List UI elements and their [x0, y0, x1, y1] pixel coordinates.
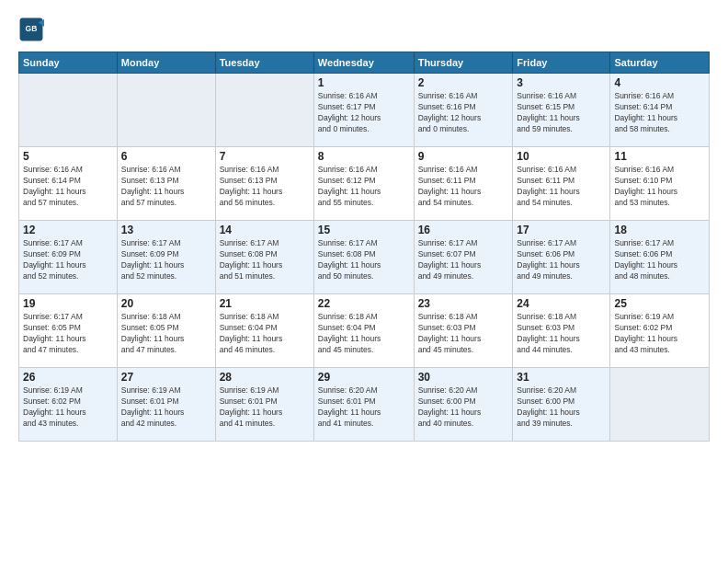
day-number: 3	[517, 76, 606, 89]
day-number: 7	[220, 150, 310, 163]
calendar-cell: 1Sunrise: 6:16 AM Sunset: 6:17 PM Daylig…	[313, 74, 414, 147]
calendar-cell: 25Sunrise: 6:19 AM Sunset: 6:02 PM Dayli…	[610, 294, 710, 368]
calendar-cell: 9Sunrise: 6:16 AM Sunset: 6:11 PM Daylig…	[414, 147, 513, 221]
calendar-cell: 26Sunrise: 6:19 AM Sunset: 6:02 PM Dayli…	[19, 368, 118, 442]
day-number: 29	[318, 371, 410, 384]
weekday-header-saturday: Saturday	[610, 52, 710, 74]
calendar-week-row: 19Sunrise: 6:17 AM Sunset: 6:05 PM Dayli…	[19, 294, 710, 368]
calendar-cell: 6Sunrise: 6:16 AM Sunset: 6:13 PM Daylig…	[117, 147, 215, 221]
calendar-page: GB SundayMondayTuesdayWednesdayThursdayF…	[0, 0, 728, 563]
day-info: Sunrise: 6:17 AM Sunset: 6:09 PM Dayligh…	[121, 238, 211, 282]
day-number: 11	[614, 150, 705, 163]
calendar-week-row: 12Sunrise: 6:17 AM Sunset: 6:09 PM Dayli…	[19, 221, 710, 294]
calendar-cell: 23Sunrise: 6:18 AM Sunset: 6:03 PM Dayli…	[414, 294, 513, 368]
day-number: 18	[614, 224, 705, 236]
logo-icon: GB	[18, 17, 44, 42]
svg-text:GB: GB	[26, 24, 38, 33]
day-number: 2	[418, 76, 509, 89]
weekday-header-tuesday: Tuesday	[215, 52, 313, 74]
calendar-cell: 21Sunrise: 6:18 AM Sunset: 6:04 PM Dayli…	[215, 294, 313, 368]
day-info: Sunrise: 6:17 AM Sunset: 6:08 PM Dayligh…	[318, 238, 410, 282]
calendar-week-row: 1Sunrise: 6:16 AM Sunset: 6:17 PM Daylig…	[19, 74, 710, 147]
calendar-cell: 28Sunrise: 6:19 AM Sunset: 6:01 PM Dayli…	[215, 368, 313, 442]
weekday-header-wednesday: Wednesday	[313, 52, 414, 74]
day-info: Sunrise: 6:16 AM Sunset: 6:16 PM Dayligh…	[418, 91, 509, 135]
day-number: 5	[23, 150, 113, 163]
day-info: Sunrise: 6:20 AM Sunset: 6:00 PM Dayligh…	[418, 385, 509, 430]
calendar-cell: 5Sunrise: 6:16 AM Sunset: 6:14 PM Daylig…	[19, 147, 118, 221]
calendar-cell: 11Sunrise: 6:16 AM Sunset: 6:10 PM Dayli…	[610, 147, 710, 221]
calendar-cell	[117, 74, 215, 147]
calendar-cell	[19, 74, 118, 147]
calendar-table: SundayMondayTuesdayWednesdayThursdayFrid…	[18, 52, 710, 442]
day-info: Sunrise: 6:16 AM Sunset: 6:17 PM Dayligh…	[318, 91, 410, 135]
calendar-cell: 2Sunrise: 6:16 AM Sunset: 6:16 PM Daylig…	[414, 74, 513, 147]
calendar-cell: 27Sunrise: 6:19 AM Sunset: 6:01 PM Dayli…	[117, 368, 215, 442]
logo: GB	[18, 17, 48, 42]
day-info: Sunrise: 6:19 AM Sunset: 6:02 PM Dayligh…	[614, 312, 705, 356]
calendar-cell: 14Sunrise: 6:17 AM Sunset: 6:08 PM Dayli…	[215, 221, 313, 294]
day-info: Sunrise: 6:17 AM Sunset: 6:05 PM Dayligh…	[23, 312, 113, 356]
day-info: Sunrise: 6:17 AM Sunset: 6:08 PM Dayligh…	[220, 238, 310, 282]
weekday-header-monday: Monday	[117, 52, 215, 74]
day-info: Sunrise: 6:17 AM Sunset: 6:06 PM Dayligh…	[517, 238, 606, 282]
calendar-cell: 19Sunrise: 6:17 AM Sunset: 6:05 PM Dayli…	[19, 294, 118, 368]
day-info: Sunrise: 6:18 AM Sunset: 6:04 PM Dayligh…	[318, 312, 410, 356]
day-number: 9	[418, 150, 509, 163]
calendar-cell: 20Sunrise: 6:18 AM Sunset: 6:05 PM Dayli…	[117, 294, 215, 368]
day-number: 8	[318, 150, 410, 163]
calendar-cell: 22Sunrise: 6:18 AM Sunset: 6:04 PM Dayli…	[313, 294, 414, 368]
day-info: Sunrise: 6:17 AM Sunset: 6:07 PM Dayligh…	[418, 238, 509, 282]
day-number: 1	[318, 76, 410, 89]
day-info: Sunrise: 6:16 AM Sunset: 6:12 PM Dayligh…	[318, 165, 410, 209]
day-info: Sunrise: 6:16 AM Sunset: 6:13 PM Dayligh…	[220, 165, 310, 209]
calendar-cell: 10Sunrise: 6:16 AM Sunset: 6:11 PM Dayli…	[513, 147, 610, 221]
calendar-cell: 3Sunrise: 6:16 AM Sunset: 6:15 PM Daylig…	[513, 74, 610, 147]
calendar-cell: 8Sunrise: 6:16 AM Sunset: 6:12 PM Daylig…	[313, 147, 414, 221]
day-info: Sunrise: 6:17 AM Sunset: 6:06 PM Dayligh…	[614, 238, 705, 282]
calendar-cell: 4Sunrise: 6:16 AM Sunset: 6:14 PM Daylig…	[610, 74, 710, 147]
day-info: Sunrise: 6:16 AM Sunset: 6:14 PM Dayligh…	[614, 91, 705, 135]
day-info: Sunrise: 6:16 AM Sunset: 6:15 PM Dayligh…	[517, 91, 606, 135]
day-info: Sunrise: 6:20 AM Sunset: 6:01 PM Dayligh…	[318, 385, 410, 430]
page-header: GB	[18, 17, 710, 42]
day-number: 19	[23, 297, 113, 310]
calendar-cell: 31Sunrise: 6:20 AM Sunset: 6:00 PM Dayli…	[513, 368, 610, 442]
calendar-header-row: SundayMondayTuesdayWednesdayThursdayFrid…	[19, 52, 710, 74]
day-info: Sunrise: 6:17 AM Sunset: 6:09 PM Dayligh…	[23, 238, 113, 282]
day-info: Sunrise: 6:20 AM Sunset: 6:00 PM Dayligh…	[517, 385, 606, 430]
weekday-header-thursday: Thursday	[414, 52, 513, 74]
day-number: 27	[121, 371, 211, 384]
calendar-cell: 15Sunrise: 6:17 AM Sunset: 6:08 PM Dayli…	[313, 221, 414, 294]
calendar-cell	[215, 74, 313, 147]
day-number: 28	[220, 371, 310, 384]
day-info: Sunrise: 6:16 AM Sunset: 6:11 PM Dayligh…	[517, 165, 606, 209]
day-number: 15	[318, 224, 410, 236]
day-number: 14	[220, 224, 310, 236]
day-number: 31	[517, 371, 606, 384]
calendar-cell: 12Sunrise: 6:17 AM Sunset: 6:09 PM Dayli…	[19, 221, 118, 294]
day-number: 16	[418, 224, 509, 236]
day-number: 13	[121, 224, 211, 236]
day-number: 21	[220, 297, 310, 310]
day-number: 4	[614, 76, 705, 89]
calendar-cell: 29Sunrise: 6:20 AM Sunset: 6:01 PM Dayli…	[313, 368, 414, 442]
day-number: 24	[517, 297, 606, 310]
day-number: 26	[23, 371, 113, 384]
calendar-cell	[610, 368, 710, 442]
day-info: Sunrise: 6:18 AM Sunset: 6:03 PM Dayligh…	[517, 312, 606, 356]
calendar-cell: 30Sunrise: 6:20 AM Sunset: 6:00 PM Dayli…	[414, 368, 513, 442]
day-info: Sunrise: 6:16 AM Sunset: 6:10 PM Dayligh…	[614, 165, 705, 209]
day-info: Sunrise: 6:19 AM Sunset: 6:01 PM Dayligh…	[220, 385, 310, 430]
calendar-cell: 17Sunrise: 6:17 AM Sunset: 6:06 PM Dayli…	[513, 221, 610, 294]
day-number: 23	[418, 297, 509, 310]
day-number: 25	[614, 297, 705, 310]
day-number: 20	[121, 297, 211, 310]
day-number: 30	[418, 371, 509, 384]
day-number: 6	[121, 150, 211, 163]
day-info: Sunrise: 6:18 AM Sunset: 6:03 PM Dayligh…	[418, 312, 509, 356]
day-info: Sunrise: 6:16 AM Sunset: 6:14 PM Dayligh…	[23, 165, 113, 209]
day-number: 10	[517, 150, 606, 163]
day-number: 22	[318, 297, 410, 310]
calendar-cell: 18Sunrise: 6:17 AM Sunset: 6:06 PM Dayli…	[610, 221, 710, 294]
